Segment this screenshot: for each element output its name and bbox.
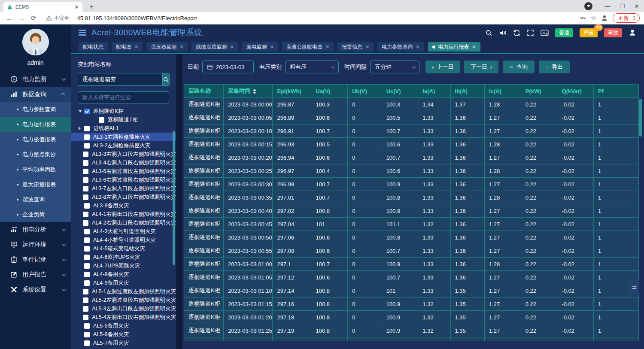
browser-update-button[interactable]: 更新 ⋮ xyxy=(613,13,640,23)
tree-node[interactable]: AL3-9备用火灾 xyxy=(71,201,176,210)
tree-checkbox[interactable] xyxy=(84,143,90,149)
browser-menu-icon[interactable] xyxy=(584,2,592,10)
tree-node[interactable]: AL4-4小桩号引道照明火灾 xyxy=(71,236,176,244)
column-header-Q(kVar)[interactable]: Q(kVar) xyxy=(557,85,594,98)
close-icon[interactable]: ✕ xyxy=(270,44,274,50)
tab-close-icon[interactable]: ✕ xyxy=(74,4,79,10)
tree-node[interactable]: AL5-2左洞过渡段右侧加强照明火灾 xyxy=(71,296,176,304)
tree-checkbox[interactable] xyxy=(84,323,90,329)
tree-filter-input[interactable] xyxy=(78,91,169,103)
bookmark-star-icon[interactable]: ☆ xyxy=(591,14,596,22)
browser-tab[interactable]: EEMS ✕ xyxy=(3,2,82,12)
page-tab-item[interactable]: 漏电监测✕ xyxy=(242,42,278,52)
tree-node[interactable]: AL4-2右洞出口段右侧加强照明火灾 xyxy=(71,219,176,227)
voltage-type-select[interactable]: 相电压 xyxy=(285,61,339,73)
tree-node[interactable]: AL3-7左洞入口段左侧加强照明火灾 xyxy=(71,184,176,193)
column-header-Ua(V)[interactable]: Ua(V) xyxy=(311,85,348,98)
station-search-input[interactable] xyxy=(78,73,162,86)
tree-checkbox[interactable] xyxy=(83,152,88,157)
alarm-badge-severe[interactable]: 严重19 xyxy=(580,28,598,37)
close-icon[interactable]: ✕ xyxy=(325,44,329,50)
reload-icon[interactable]: ⟳ xyxy=(31,14,36,22)
tree-checkbox[interactable] xyxy=(84,263,90,269)
tree-checkbox[interactable] xyxy=(83,194,88,200)
tree-node[interactable]: AL4-6监控UPS火灾 xyxy=(71,253,176,261)
sidebar-subitem-平均功率因数[interactable]: 平均功率因数 xyxy=(0,162,71,177)
expander-down-icon[interactable] xyxy=(79,110,84,112)
column-settings-handle[interactable] xyxy=(630,280,639,295)
kebab-menu-icon[interactable]: ⋮ xyxy=(632,15,637,21)
back-icon[interactable]: ← xyxy=(6,15,12,22)
alarm-badge-normal[interactable]: 普通 xyxy=(555,28,573,37)
next-day-button[interactable]: 下一日 › xyxy=(464,61,498,73)
tree-node[interactable]: AL5-5备用火灾 xyxy=(71,322,176,330)
sidebar-subitem-电力参数查询[interactable]: 电力参数查询 xyxy=(0,102,71,117)
tree-checkbox[interactable] xyxy=(84,332,90,337)
sidebar-item-数据查询[interactable]: 数据查询 xyxy=(0,87,71,102)
tree-node[interactable]: AL4-9备用火灾 xyxy=(71,279,176,287)
password-key-icon[interactable] xyxy=(580,15,586,21)
tree-checkbox[interactable] xyxy=(83,186,88,191)
page-tab-item[interactable]: 配电图✕ xyxy=(112,42,143,52)
tree-node[interactable]: 逐桐隧道K柜 xyxy=(71,107,176,115)
close-icon[interactable]: ✕ xyxy=(416,44,419,50)
refresh-sync-icon[interactable] xyxy=(513,29,520,36)
tree-node[interactable]: AL3-8左洞入口段右侧加强照明火灾 xyxy=(71,193,176,201)
column-header-Pf[interactable]: Pf xyxy=(594,85,639,98)
tree-node[interactable]: AL5-6备用火灾 xyxy=(71,330,176,339)
tree-node[interactable]: AL5-1左洞过渡段左侧加强照明火灾 xyxy=(71,287,176,296)
window-close-button[interactable]: ✕ xyxy=(629,0,644,12)
sidebar-subitem-企业负荷[interactable]: 企业负荷 xyxy=(0,207,71,222)
forward-icon[interactable]: → xyxy=(18,15,25,22)
tree-node[interactable]: AL4-5箱式变电站火灾 xyxy=(71,244,176,253)
user-avatar[interactable] xyxy=(22,29,49,55)
url-text[interactable]: 45.81.195.134:8090/3000WEBV2/ElectricRep… xyxy=(77,15,197,21)
tree-checkbox[interactable] xyxy=(84,340,90,346)
date-picker[interactable]: 2023-03-03 xyxy=(202,61,254,73)
fullscreen-icon[interactable] xyxy=(527,29,534,36)
column-header-Ic(A)[interactable]: Ic(A) xyxy=(484,85,521,98)
interval-select[interactable]: 五分钟 xyxy=(370,61,419,73)
tree-node[interactable]: AL3-2左洞检修插座火灾 xyxy=(71,141,176,150)
tree-checkbox[interactable] xyxy=(84,246,90,252)
page-tab-item[interactable]: 报警信息✕ xyxy=(337,42,374,52)
close-icon[interactable]: ✕ xyxy=(365,44,369,50)
sidebar-subitem-电力整点集抄[interactable]: 电力整点集抄 xyxy=(0,147,71,162)
page-tab-item[interactable]: 电力参数查询✕ xyxy=(377,42,424,52)
page-tab-item[interactable]: 配电状态 xyxy=(79,42,108,52)
sidebar-subitem-电力极值报表[interactable]: 电力极值报表 xyxy=(0,132,71,147)
tree-checkbox[interactable] xyxy=(84,280,90,286)
tree-node[interactable]: AL4-8备用火灾 xyxy=(71,270,176,279)
tree-checkbox[interactable] xyxy=(84,203,90,209)
tree-checkbox[interactable] xyxy=(83,289,88,294)
close-icon[interactable]: ✕ xyxy=(472,44,476,50)
tree-checkbox[interactable] xyxy=(83,220,88,226)
column-header-Ia(A)[interactable]: Ia(A) xyxy=(418,85,450,98)
column-header-Epi(kWh)[interactable]: Epi(kWh) xyxy=(273,85,311,98)
sort-icon[interactable] xyxy=(253,89,256,94)
prev-day-button[interactable]: ‹ 上一日 xyxy=(425,61,460,73)
tree-checkbox[interactable] xyxy=(83,212,88,217)
column-header-Uc(V)[interactable]: Uc(V) xyxy=(382,85,418,98)
sidebar-item-系统设置[interactable]: 系统设置 xyxy=(0,282,71,297)
sidebar-item-事件记录[interactable]: 事件记录 xyxy=(0,252,71,267)
sidebar-item-用户报告[interactable]: 用户报告 xyxy=(0,267,71,282)
sidebar-item-用电分析[interactable]: 用电分析 xyxy=(0,222,71,237)
tree-checkbox[interactable] xyxy=(84,126,90,131)
tree-checkbox[interactable] xyxy=(83,315,88,320)
tree-checkbox[interactable] xyxy=(83,169,88,174)
tree-node[interactable]: AL4-3大桩号引道照明火灾 xyxy=(71,227,176,236)
query-button[interactable]: 查询 xyxy=(503,61,535,73)
column-header-P(kW)[interactable]: P(kW) xyxy=(521,85,557,98)
alarm-badge-accident[interactable]: 事故 xyxy=(604,28,622,37)
sidebar-subitem-最大需量报表[interactable]: 最大需量报表 xyxy=(0,177,71,192)
tree-node[interactable]: AL3-4右洞入口段右侧加强照明火灾 xyxy=(71,158,176,167)
tree-checkbox[interactable] xyxy=(83,160,88,166)
user-icon[interactable] xyxy=(629,29,636,36)
close-icon[interactable]: ✕ xyxy=(134,44,138,50)
tree-node[interactable]: AL5-7备用火灾 xyxy=(71,339,176,347)
page-tab-item[interactable]: 变压器监测✕ xyxy=(146,42,188,52)
tree-scrollbar[interactable] xyxy=(173,131,175,265)
tree-node[interactable]: AL3-6右洞过渡段右侧加强照明火灾 xyxy=(71,176,176,184)
tree-checkbox[interactable] xyxy=(84,134,90,140)
